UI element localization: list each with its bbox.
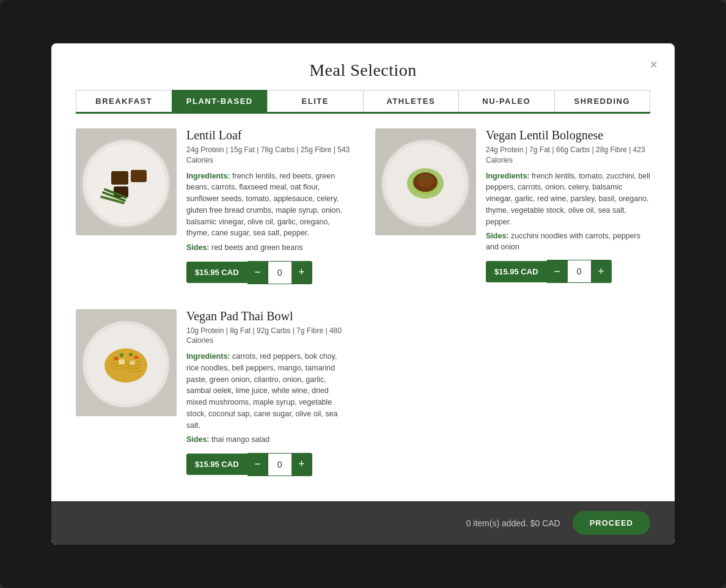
modal-header: Meal Selection × — [51, 43, 675, 90]
modal-dialog: Meal Selection × BREAKFAST PLANT-BASED E… — [51, 43, 675, 545]
tab-elite[interactable]: ELITE — [267, 90, 363, 112]
ingredients-label-1: Ingredients: — [186, 172, 230, 180]
meal-info-lentil-loaf: Lentil Loaf 24g Protein | 15g Fat | 78g … — [186, 128, 351, 284]
price-button-padthai[interactable]: $15.95 CAD — [186, 454, 248, 475]
tabs-container: BREAKFAST PLANT-BASED ELITE ATHLETES NU-… — [76, 90, 650, 114]
meals-grid: Lentil Loaf 24g Protein | 15g Fat | 78g … — [51, 114, 675, 501]
meal-macros-lentil-loaf: 24g Protein | 15g Fat | 78g Carbs | 25g … — [186, 145, 351, 166]
sides-label-2: Sides: — [486, 232, 509, 240]
increment-bolognese[interactable]: + — [591, 260, 612, 283]
tab-breakfast[interactable]: BREAKFAST — [76, 90, 172, 112]
meal-image-bolognese — [375, 128, 476, 235]
tab-shredding[interactable]: SHREDDING — [554, 90, 651, 112]
add-controls-lentil-loaf: $15.95 CAD − 0 + — [186, 261, 351, 284]
svg-rect-5 — [131, 170, 147, 182]
add-controls-bolognese: $15.95 CAD − 0 + — [486, 260, 650, 283]
add-controls-padthai: $15.95 CAD − 0 + — [186, 453, 351, 476]
meal-info-bolognese: Vegan Lentil Bolognese 24g Protein | 7g … — [486, 128, 650, 283]
tab-nu-paleo[interactable]: NU-PALEO — [458, 90, 554, 112]
modal-title: Meal Selection — [76, 61, 650, 80]
quantity-bolognese: 0 — [568, 260, 591, 283]
ingredients-label-3: Ingredients: — [186, 352, 230, 361]
meal-card-bolognese: Vegan Lentil Bolognese 24g Protein | 7g … — [375, 128, 650, 295]
svg-point-20 — [425, 175, 427, 177]
tab-plant-based[interactable]: PLANT-BASED — [172, 90, 268, 112]
meal-macros-padthai: 10g Protein | 8g Fat | 92g Carbs | 7g Fi… — [186, 326, 351, 347]
tab-athletes[interactable]: ATHLETES — [363, 90, 459, 112]
meal-image-padthai — [76, 309, 177, 416]
decrement-bolognese[interactable]: − — [547, 260, 568, 283]
svg-rect-27 — [134, 356, 139, 359]
svg-point-18 — [420, 177, 422, 180]
outer-wrapper: Meal Selection × BREAKFAST PLANT-BASED E… — [0, 0, 726, 588]
svg-rect-4 — [111, 171, 128, 185]
modal-footer: 0 item(s) added. $0 CAD PROCEED — [51, 501, 675, 545]
meal-name-padthai: Vegan Pad Thai Bowl — [186, 309, 351, 323]
meal-image-lentil-loaf — [76, 128, 177, 235]
close-button[interactable]: × — [645, 56, 662, 74]
footer-summary: 0 item(s) added. $0 CAD — [466, 518, 560, 528]
meal-card-padthai: Vegan Pad Thai Bowl 10g Protein | 8g Fat… — [76, 309, 351, 487]
meal-ingredients-bolognese: Ingredients: french lentils, tomato, zuc… — [486, 171, 650, 228]
meal-name-bolognese: Vegan Lentil Bolognese — [486, 128, 650, 142]
price-button-lentil-loaf[interactable]: $15.95 CAD — [186, 262, 248, 283]
svg-rect-31 — [130, 361, 135, 365]
meal-sides-padthai: Sides: thai mango salad — [186, 435, 351, 446]
increment-lentil-loaf[interactable]: + — [292, 261, 312, 284]
meal-sides-lentil-loaf: Sides: red beets and green beans — [186, 243, 351, 254]
meal-ingredients-padthai: Ingredients: carrots, red peppers, bok c… — [186, 351, 351, 431]
quantity-padthai: 0 — [268, 453, 292, 476]
quantity-lentil-loaf: 0 — [268, 261, 292, 284]
meal-info-padthai: Vegan Pad Thai Bowl 10g Protein | 8g Fat… — [186, 309, 351, 476]
svg-point-29 — [130, 353, 133, 356]
svg-rect-30 — [119, 359, 125, 364]
svg-point-25 — [105, 348, 147, 383]
sides-label-3: Sides: — [186, 435, 210, 444]
svg-rect-26 — [114, 357, 119, 360]
meal-macros-bolognese: 24g Protein | 7g Fat | 66g Carbs | 28g F… — [486, 145, 650, 166]
svg-point-28 — [120, 353, 123, 357]
proceed-button[interactable]: PROCEED — [573, 511, 650, 535]
meal-name-lentil-loaf: Lentil Loaf — [186, 128, 351, 142]
ingredients-label-2: Ingredients: — [486, 172, 530, 180]
sides-label-1: Sides: — [186, 243, 210, 252]
decrement-lentil-loaf[interactable]: − — [248, 261, 268, 284]
meal-card-lentil-loaf: Lentil Loaf 24g Protein | 15g Fat | 78g … — [76, 128, 351, 295]
decrement-padthai[interactable]: − — [248, 453, 268, 476]
meal-sides-bolognese: Sides: zucchini noodles with carrots, pe… — [486, 231, 650, 252]
meal-ingredients-lentil-loaf: Ingredients: french lentils, red beets, … — [186, 171, 351, 240]
increment-padthai[interactable]: + — [292, 453, 312, 476]
svg-point-19 — [429, 176, 431, 178]
price-button-bolognese[interactable]: $15.95 CAD — [486, 261, 547, 282]
